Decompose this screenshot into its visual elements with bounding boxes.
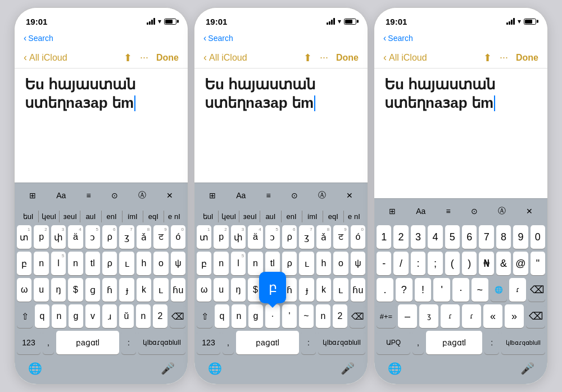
- sym-comma2[interactable]: ': [433, 278, 450, 302]
- key-u2[interactable]: ŭ: [119, 304, 134, 328]
- key-m1[interactable]: n: [136, 304, 151, 328]
- aa-btn-2[interactable]: Aa: [233, 189, 249, 202]
- key-l3[interactable]: ʟ: [153, 278, 168, 302]
- key-o5[interactable]: ɔ5: [85, 225, 100, 249]
- sym-amp[interactable]: &: [496, 252, 511, 275]
- key-z7[interactable]: ʒ7: [119, 225, 134, 249]
- share-icon-1[interactable]: ⬆: [124, 52, 132, 64]
- sym-del3[interactable]: ⌫: [528, 278, 545, 302]
- breadcrumb-1[interactable]: All iCloud: [29, 53, 67, 63]
- key-t1[interactable]: տ1: [17, 225, 31, 249]
- key-2-apost[interactable]: ': [282, 304, 297, 328]
- key-n2[interactable]: n: [68, 252, 83, 275]
- more-icon-1[interactable]: ···: [140, 52, 148, 63]
- suggestion-2d[interactable]: auI: [260, 211, 281, 222]
- sym-arm[interactable]: ₦: [479, 252, 493, 275]
- camera-icon-3[interactable]: ⊙: [468, 204, 481, 218]
- sym-at[interactable]: @: [513, 252, 528, 275]
- at-icon-3[interactable]: Ⓐ: [495, 204, 509, 218]
- suggestion-2b[interactable]: կeuI: [219, 211, 239, 222]
- suggestion-1e[interactable]: enI: [102, 211, 123, 222]
- key-g1[interactable]: ɡ: [85, 278, 100, 302]
- key-a8[interactable]: ǎ8: [137, 225, 151, 249]
- suggestion-2c[interactable]: ɜeuI: [239, 211, 260, 222]
- num-2[interactable]: 2: [393, 225, 408, 249]
- back-button-2[interactable]: ‹ Search: [203, 33, 233, 43]
- sym-question[interactable]: ?: [396, 278, 413, 302]
- key-q3[interactable]: փ3: [51, 225, 66, 249]
- lang-key-1[interactable]: կlbɑɾqɑblulI: [138, 331, 185, 354]
- key-n1[interactable]: n: [34, 252, 48, 275]
- key-2-r6[interactable]: ρ6: [282, 225, 297, 249]
- num-6[interactable]: 6: [462, 225, 477, 249]
- key-j1[interactable]: ɟ: [119, 278, 134, 302]
- mic-icon-2[interactable]: 🎤: [337, 358, 357, 379]
- key-0[interactable]: ó0: [171, 225, 185, 249]
- key-2-d1[interactable]: ŋ: [231, 278, 246, 302]
- key-2-n1[interactable]: n: [214, 252, 228, 275]
- num-3[interactable]: 3: [411, 225, 425, 249]
- suggestion-1f[interactable]: ímI: [123, 211, 143, 222]
- share-icon-3[interactable]: ⬆: [483, 52, 492, 64]
- key-b1[interactable]: բ: [17, 252, 31, 275]
- key-hu[interactable]: ɦu: [171, 278, 185, 302]
- sym-semicolon[interactable]: ;: [428, 252, 442, 275]
- key-h1[interactable]: h: [137, 252, 151, 275]
- key-g2[interactable]: g: [69, 304, 83, 328]
- close-icon-3[interactable]: ✕: [523, 204, 536, 218]
- key-2-z7[interactable]: ʒ7: [299, 225, 314, 249]
- sym-lq[interactable]: «: [483, 304, 502, 328]
- suggestion-2a[interactable]: եuI: [198, 211, 219, 222]
- key-2-q1[interactable]: q: [215, 304, 229, 328]
- key-2-q3[interactable]: փ3: [231, 225, 246, 249]
- space-key-2[interactable]: բaɡɑtl: [236, 331, 299, 354]
- key-2-k1[interactable]: k: [316, 278, 331, 302]
- aa-btn-1[interactable]: Aa: [53, 189, 69, 202]
- key-n3[interactable]: n: [52, 304, 66, 328]
- more-icon-2[interactable]: ···: [320, 52, 328, 63]
- suggestion-2f[interactable]: ímI: [302, 211, 323, 222]
- done-button-1[interactable]: Done: [156, 53, 179, 63]
- key-s1[interactable]: $: [68, 278, 83, 302]
- key-2-t1[interactable]: տ1: [197, 225, 211, 249]
- key-2-n2[interactable]: n: [248, 252, 262, 275]
- num-5[interactable]: 5: [445, 225, 460, 249]
- num-1[interactable]: 1: [377, 225, 391, 249]
- suggestion-2g[interactable]: eqI: [323, 211, 344, 222]
- globe-icon-1[interactable]: 🌐: [25, 358, 45, 379]
- space-key-1[interactable]: բaɡɑtl: [56, 331, 119, 354]
- key-2-o1[interactable]: o: [333, 252, 348, 275]
- done-button-3[interactable]: Done: [516, 53, 538, 63]
- suggestion-1h[interactable]: e nI: [164, 211, 184, 222]
- list-icon-1[interactable]: ≡: [83, 189, 94, 202]
- key-t2[interactable]: tl: [85, 252, 100, 275]
- globe-icon-2[interactable]: 🌐: [205, 358, 225, 379]
- key-2-g2[interactable]: g: [248, 304, 263, 328]
- list-icon-3[interactable]: ≡: [442, 204, 454, 218]
- key-2-a4[interactable]: ä4: [248, 225, 262, 249]
- key-w1[interactable]: ψ: [171, 252, 185, 275]
- sym-hash[interactable]: #+=: [377, 304, 396, 328]
- comma-key-3[interactable]: ,: [413, 331, 424, 354]
- key-d1[interactable]: ŋ: [51, 278, 66, 302]
- key-2-a8[interactable]: ǎ8: [316, 225, 331, 249]
- sym-period[interactable]: .: [377, 278, 393, 302]
- key-r2[interactable]: ɹ: [102, 304, 117, 328]
- table-icon-2[interactable]: ⊞: [206, 189, 219, 202]
- key-2-b1[interactable]: բ: [197, 252, 211, 275]
- key-2-j1[interactable]: ɟ: [299, 278, 314, 302]
- period-key-2[interactable]: :: [301, 331, 316, 354]
- sym-exclaim[interactable]: !: [415, 278, 432, 302]
- list-icon-2[interactable]: ≡: [262, 189, 274, 202]
- more-icon-3[interactable]: ···: [500, 52, 508, 63]
- camera-icon-2[interactable]: ⊙: [288, 189, 301, 202]
- key-u1[interactable]: u: [34, 278, 48, 302]
- num-8[interactable]: 8: [496, 225, 511, 249]
- key-2-l3[interactable]: ʟ: [333, 278, 348, 302]
- key-2-d9[interactable]: ट9: [333, 225, 348, 249]
- num-0[interactable]: 0: [531, 225, 545, 249]
- share-icon-2[interactable]: ⬆: [303, 52, 312, 64]
- arm-key-3[interactable]: ԱРQ: [377, 331, 410, 354]
- lang-key-2[interactable]: կlbɑɾqɑblulI: [318, 331, 365, 354]
- suggestion-2h[interactable]: e nI: [344, 211, 364, 222]
